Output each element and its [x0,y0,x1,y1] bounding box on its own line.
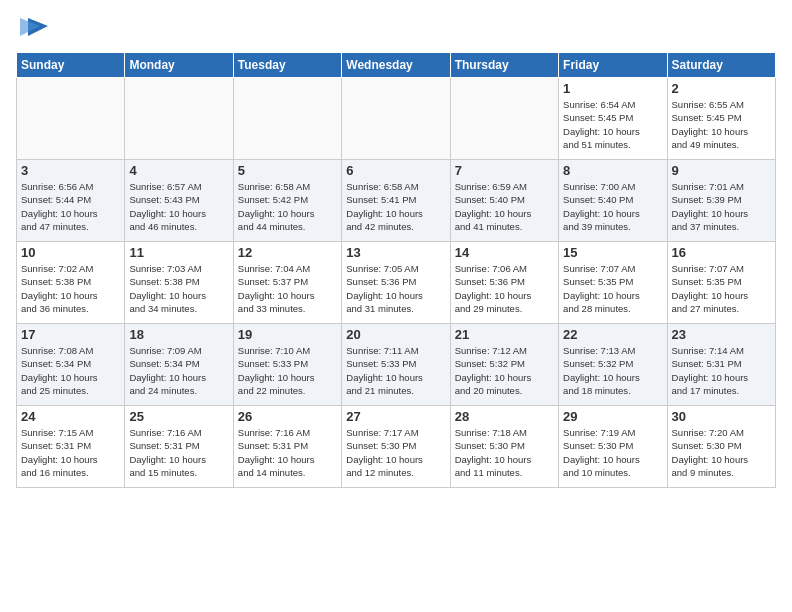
weekday-header: Sunday [17,53,125,78]
day-info: Sunrise: 7:07 AM Sunset: 5:35 PM Dayligh… [563,262,662,315]
day-info: Sunrise: 7:08 AM Sunset: 5:34 PM Dayligh… [21,344,120,397]
day-info: Sunrise: 6:56 AM Sunset: 5:44 PM Dayligh… [21,180,120,233]
day-info: Sunrise: 7:09 AM Sunset: 5:34 PM Dayligh… [129,344,228,397]
day-info: Sunrise: 7:12 AM Sunset: 5:32 PM Dayligh… [455,344,554,397]
calendar-week-row: 10Sunrise: 7:02 AM Sunset: 5:38 PM Dayli… [17,242,776,324]
calendar-cell: 13Sunrise: 7:05 AM Sunset: 5:36 PM Dayli… [342,242,450,324]
day-info: Sunrise: 7:04 AM Sunset: 5:37 PM Dayligh… [238,262,337,315]
calendar-cell [125,78,233,160]
day-number: 15 [563,245,662,260]
day-number: 2 [672,81,771,96]
day-number: 13 [346,245,445,260]
calendar-cell: 22Sunrise: 7:13 AM Sunset: 5:32 PM Dayli… [559,324,667,406]
day-info: Sunrise: 7:00 AM Sunset: 5:40 PM Dayligh… [563,180,662,233]
day-number: 8 [563,163,662,178]
calendar-cell [17,78,125,160]
day-number: 20 [346,327,445,342]
calendar-cell: 14Sunrise: 7:06 AM Sunset: 5:36 PM Dayli… [450,242,558,324]
weekday-header: Thursday [450,53,558,78]
calendar-cell: 25Sunrise: 7:16 AM Sunset: 5:31 PM Dayli… [125,406,233,488]
calendar-cell: 2Sunrise: 6:55 AM Sunset: 5:45 PM Daylig… [667,78,775,160]
day-info: Sunrise: 7:02 AM Sunset: 5:38 PM Dayligh… [21,262,120,315]
calendar-cell [450,78,558,160]
page: SundayMondayTuesdayWednesdayThursdayFrid… [0,0,792,496]
day-number: 4 [129,163,228,178]
calendar-cell: 1Sunrise: 6:54 AM Sunset: 5:45 PM Daylig… [559,78,667,160]
calendar-week-row: 3Sunrise: 6:56 AM Sunset: 5:44 PM Daylig… [17,160,776,242]
day-number: 25 [129,409,228,424]
day-number: 10 [21,245,120,260]
calendar-cell: 21Sunrise: 7:12 AM Sunset: 5:32 PM Dayli… [450,324,558,406]
calendar-cell: 12Sunrise: 7:04 AM Sunset: 5:37 PM Dayli… [233,242,341,324]
weekday-header: Monday [125,53,233,78]
calendar-cell: 10Sunrise: 7:02 AM Sunset: 5:38 PM Dayli… [17,242,125,324]
day-number: 16 [672,245,771,260]
day-number: 14 [455,245,554,260]
day-number: 12 [238,245,337,260]
day-info: Sunrise: 7:16 AM Sunset: 5:31 PM Dayligh… [238,426,337,479]
calendar-cell: 15Sunrise: 7:07 AM Sunset: 5:35 PM Dayli… [559,242,667,324]
day-info: Sunrise: 6:54 AM Sunset: 5:45 PM Dayligh… [563,98,662,151]
day-number: 9 [672,163,771,178]
day-info: Sunrise: 7:14 AM Sunset: 5:31 PM Dayligh… [672,344,771,397]
calendar-cell: 23Sunrise: 7:14 AM Sunset: 5:31 PM Dayli… [667,324,775,406]
calendar-week-row: 1Sunrise: 6:54 AM Sunset: 5:45 PM Daylig… [17,78,776,160]
day-number: 28 [455,409,554,424]
calendar-cell: 16Sunrise: 7:07 AM Sunset: 5:35 PM Dayli… [667,242,775,324]
day-number: 5 [238,163,337,178]
day-number: 23 [672,327,771,342]
day-info: Sunrise: 7:01 AM Sunset: 5:39 PM Dayligh… [672,180,771,233]
day-info: Sunrise: 7:07 AM Sunset: 5:35 PM Dayligh… [672,262,771,315]
day-info: Sunrise: 7:19 AM Sunset: 5:30 PM Dayligh… [563,426,662,479]
day-number: 19 [238,327,337,342]
day-info: Sunrise: 6:57 AM Sunset: 5:43 PM Dayligh… [129,180,228,233]
day-number: 21 [455,327,554,342]
logo [16,12,50,42]
day-info: Sunrise: 7:17 AM Sunset: 5:30 PM Dayligh… [346,426,445,479]
day-info: Sunrise: 7:16 AM Sunset: 5:31 PM Dayligh… [129,426,228,479]
calendar-cell: 5Sunrise: 6:58 AM Sunset: 5:42 PM Daylig… [233,160,341,242]
day-number: 29 [563,409,662,424]
day-number: 22 [563,327,662,342]
calendar-cell: 24Sunrise: 7:15 AM Sunset: 5:31 PM Dayli… [17,406,125,488]
header [16,12,776,42]
day-number: 27 [346,409,445,424]
day-number: 11 [129,245,228,260]
day-number: 26 [238,409,337,424]
calendar-cell: 30Sunrise: 7:20 AM Sunset: 5:30 PM Dayli… [667,406,775,488]
calendar-cell: 8Sunrise: 7:00 AM Sunset: 5:40 PM Daylig… [559,160,667,242]
day-info: Sunrise: 7:10 AM Sunset: 5:33 PM Dayligh… [238,344,337,397]
calendar-cell: 17Sunrise: 7:08 AM Sunset: 5:34 PM Dayli… [17,324,125,406]
weekday-header: Friday [559,53,667,78]
calendar-cell: 20Sunrise: 7:11 AM Sunset: 5:33 PM Dayli… [342,324,450,406]
day-info: Sunrise: 7:11 AM Sunset: 5:33 PM Dayligh… [346,344,445,397]
day-info: Sunrise: 6:59 AM Sunset: 5:40 PM Dayligh… [455,180,554,233]
calendar-cell: 28Sunrise: 7:18 AM Sunset: 5:30 PM Dayli… [450,406,558,488]
day-info: Sunrise: 7:06 AM Sunset: 5:36 PM Dayligh… [455,262,554,315]
day-info: Sunrise: 6:58 AM Sunset: 5:42 PM Dayligh… [238,180,337,233]
day-number: 30 [672,409,771,424]
day-number: 1 [563,81,662,96]
day-info: Sunrise: 6:58 AM Sunset: 5:41 PM Dayligh… [346,180,445,233]
day-number: 24 [21,409,120,424]
day-info: Sunrise: 7:13 AM Sunset: 5:32 PM Dayligh… [563,344,662,397]
weekday-header: Wednesday [342,53,450,78]
calendar-cell: 11Sunrise: 7:03 AM Sunset: 5:38 PM Dayli… [125,242,233,324]
calendar-cell: 7Sunrise: 6:59 AM Sunset: 5:40 PM Daylig… [450,160,558,242]
weekday-header: Tuesday [233,53,341,78]
day-info: Sunrise: 7:03 AM Sunset: 5:38 PM Dayligh… [129,262,228,315]
calendar-cell: 9Sunrise: 7:01 AM Sunset: 5:39 PM Daylig… [667,160,775,242]
calendar-cell: 6Sunrise: 6:58 AM Sunset: 5:41 PM Daylig… [342,160,450,242]
calendar-cell: 29Sunrise: 7:19 AM Sunset: 5:30 PM Dayli… [559,406,667,488]
weekday-header-row: SundayMondayTuesdayWednesdayThursdayFrid… [17,53,776,78]
day-number: 7 [455,163,554,178]
day-info: Sunrise: 7:18 AM Sunset: 5:30 PM Dayligh… [455,426,554,479]
logo-icon [20,12,50,42]
weekday-header: Saturday [667,53,775,78]
day-number: 17 [21,327,120,342]
day-info: Sunrise: 6:55 AM Sunset: 5:45 PM Dayligh… [672,98,771,151]
day-number: 6 [346,163,445,178]
calendar-cell: 4Sunrise: 6:57 AM Sunset: 5:43 PM Daylig… [125,160,233,242]
day-info: Sunrise: 7:05 AM Sunset: 5:36 PM Dayligh… [346,262,445,315]
calendar-cell: 27Sunrise: 7:17 AM Sunset: 5:30 PM Dayli… [342,406,450,488]
